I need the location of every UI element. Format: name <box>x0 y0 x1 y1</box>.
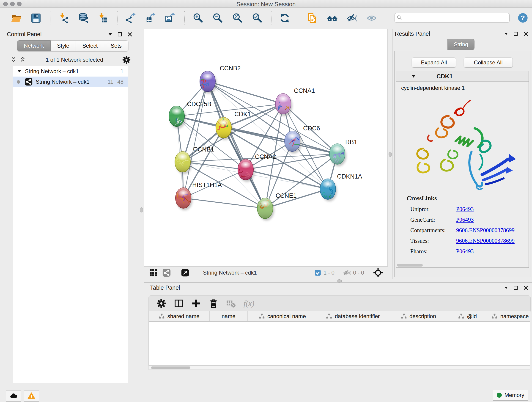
network-edge[interactable] <box>183 81 208 198</box>
crosslink-row: Compartments:9606.ENSP00000378699 <box>410 227 529 234</box>
expand-all-button[interactable]: Expand All <box>412 57 456 68</box>
network-collection-row[interactable]: String Network – cdk1 1 <box>13 66 128 77</box>
results-panel-menu-icon[interactable] <box>504 32 509 36</box>
zin-icon <box>193 13 203 23</box>
tab-sets[interactable]: Sets <box>104 40 128 51</box>
table-panel-menu-icon[interactable] <box>504 285 509 290</box>
cloud-status-button[interactable] <box>6 390 21 402</box>
warnings-button[interactable] <box>24 390 39 402</box>
network-canvas[interactable]: CCNB2CCNA1CDC25BCDK1CDC6RB1CCNB1CCNA2CDK… <box>144 29 388 266</box>
delete-column-icon[interactable] <box>209 299 218 308</box>
column-header-shared-name[interactable]: shared name <box>149 311 210 321</box>
zoom-fit-content-button[interactable] <box>230 11 244 25</box>
expand-all-networks-icon[interactable] <box>19 56 27 64</box>
crosslink-value-link[interactable]: P06493 <box>456 206 474 212</box>
network-edge[interactable] <box>208 81 337 154</box>
node-card-header[interactable]: CDK1 <box>396 71 529 82</box>
control-panel-float-icon[interactable] <box>117 32 123 37</box>
search-input[interactable] <box>404 14 509 21</box>
network-node-cdkn1a[interactable]: CDKN1A <box>320 173 362 203</box>
network-node-ccne1[interactable]: CCNE1 <box>254 192 297 221</box>
results-scrollbar-thumb[interactable] <box>397 264 423 267</box>
table-panel-float-icon[interactable] <box>513 285 519 291</box>
column-header-description[interactable]: description <box>389 311 448 321</box>
column-header-name[interactable]: name <box>210 311 248 321</box>
help-button[interactable] <box>517 12 528 23</box>
table-settings-gear-icon[interactable] <box>157 299 166 308</box>
network-edge[interactable] <box>183 162 246 170</box>
toolbar-separator <box>271 11 272 25</box>
show-grid-icon[interactable] <box>149 269 157 277</box>
column-header--id[interactable]: @id <box>448 311 487 321</box>
import-network-from-database-button[interactable] <box>76 11 90 25</box>
network-edge[interactable] <box>208 81 265 208</box>
crosslink-value-link[interactable]: 9606.ENSP00000378699 <box>456 227 515 234</box>
first-neighbors-button[interactable] <box>325 11 339 25</box>
tab-select[interactable]: Select <box>76 40 104 51</box>
open-session-button[interactable] <box>9 11 23 25</box>
network-graph[interactable]: CCNB2CCNA1CDC25BCDK1CDC6RB1CCNB1CCNA2CDK… <box>144 29 387 266</box>
selected-checkbox-icon[interactable] <box>314 269 321 276</box>
right-splitter-handle[interactable] <box>389 152 392 157</box>
table-panel-close-icon[interactable] <box>523 285 529 291</box>
toolbar-separator <box>117 11 118 25</box>
tab-style[interactable]: Style <box>51 40 76 51</box>
import-table-from-file-button[interactable] <box>96 11 110 25</box>
collapse-all-networks-icon[interactable] <box>10 56 17 64</box>
control-panel-menu-icon[interactable] <box>108 32 113 37</box>
duplicate-network-button[interactable] <box>305 11 320 25</box>
zoom-out-button[interactable] <box>210 11 225 25</box>
zoom-in-button[interactable] <box>191 11 205 25</box>
memory-button[interactable]: Memory <box>493 390 528 401</box>
table-header-row: shared namenamecanonical namedatabase id… <box>149 311 530 322</box>
crosslink-value-link[interactable]: P06493 <box>456 248 474 255</box>
table-hscrollbar-thumb[interactable] <box>151 366 190 369</box>
results-panel-close-icon[interactable] <box>523 31 529 37</box>
network-badge-gray-icon[interactable] <box>162 269 171 277</box>
table-hscrollbar[interactable] <box>148 366 530 370</box>
save-session-button[interactable] <box>29 11 43 25</box>
crosslink-value-link[interactable]: 9606.ENSP00000378699 <box>456 238 515 244</box>
column-header-database-identifier[interactable]: database identifier <box>317 311 389 321</box>
detach-view-icon[interactable] <box>181 269 189 277</box>
column-header-namespace[interactable]: namespace <box>487 311 530 321</box>
hide-selected-button[interactable] <box>345 11 359 25</box>
zoom-selected-button[interactable] <box>250 11 264 25</box>
export-image-button[interactable] <box>163 11 177 25</box>
import-network-from-file-button[interactable] <box>57 11 71 25</box>
hidden-counts: 0 - 0 <box>353 269 364 276</box>
refresh-layout-button[interactable] <box>278 11 292 25</box>
results-panel-float-icon[interactable] <box>513 31 519 37</box>
network-edge[interactable] <box>208 81 283 104</box>
search-box[interactable] <box>394 13 510 23</box>
zsel-icon <box>252 13 262 23</box>
network-row-selected[interactable]: String Network – cdk1 11 48 <box>13 77 128 87</box>
show-graphics-details-button[interactable] <box>365 11 379 25</box>
collection-expand-caret-icon[interactable] <box>17 69 22 74</box>
export-network-button[interactable] <box>124 11 138 25</box>
tab-network[interactable]: Network <box>17 40 51 51</box>
network-node-hist1h1a[interactable]: HIST1H1A <box>173 182 222 211</box>
network-node-ccnb1[interactable]: CCNB1 <box>173 146 214 174</box>
export-table-button[interactable] <box>143 11 158 25</box>
add-column-icon[interactable] <box>191 299 201 308</box>
crosslink-value-link[interactable]: P06493 <box>456 217 474 223</box>
node-card-caret-icon[interactable] <box>411 74 416 79</box>
bottom-splitter-handle[interactable] <box>337 279 342 283</box>
collapse-all-button[interactable]: Collapse All <box>464 57 513 68</box>
title-bar: Session: New Session <box>0 0 532 7</box>
save-icon <box>31 13 41 23</box>
network-options-gear-icon[interactable] <box>122 56 131 64</box>
network-node-rb1[interactable]: RB1 <box>329 139 357 166</box>
network-edge[interactable] <box>183 198 265 208</box>
column-header-canonical-name[interactable]: canonical name <box>248 311 317 321</box>
left-splitter-handle[interactable] <box>140 207 143 212</box>
table-body <box>149 322 530 332</box>
show-columns-icon[interactable] <box>174 299 184 308</box>
network-edge[interactable] <box>224 128 337 154</box>
control-panel-close-icon[interactable] <box>127 32 133 37</box>
tab-string[interactable]: String <box>447 39 475 50</box>
zout-icon <box>212 13 223 23</box>
node-details-card: CDK1 cyclin-dependent kinase 1 CrossLink… <box>396 71 529 268</box>
birdseye-crosshair-icon[interactable] <box>374 268 383 277</box>
